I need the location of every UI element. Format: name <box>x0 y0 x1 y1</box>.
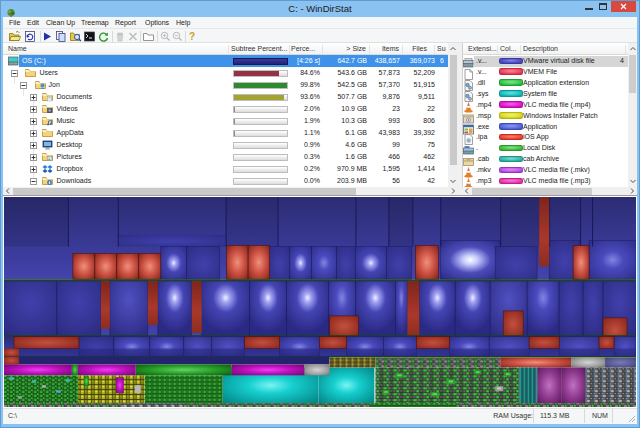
svg-text:?: ? <box>189 31 195 42</box>
